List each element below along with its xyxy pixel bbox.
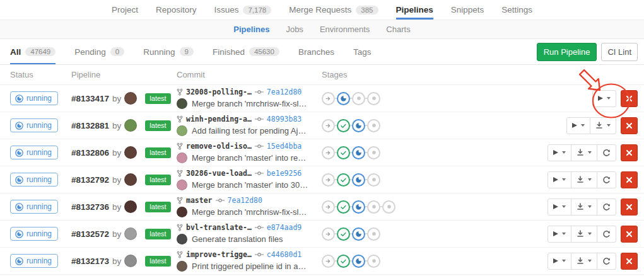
status-badge[interactable]: running: [10, 200, 58, 214]
branch-name-link[interactable]: winh-pending-a…: [186, 115, 252, 124]
stage-created-icon[interactable]: [367, 92, 380, 105]
commit-message-link[interactable]: Merge branch 'mrchrisw-fix-sl…: [192, 99, 307, 108]
branch-name-link[interactable]: 32008-polling-…: [186, 88, 252, 96]
download-artifacts-button[interactable]: [571, 226, 597, 243]
filter-tab-running[interactable]: Running9: [143, 39, 194, 64]
status-badge[interactable]: running: [10, 173, 58, 187]
play-dropdown-button[interactable]: [547, 198, 571, 216]
commit-author-avatar[interactable]: [177, 261, 187, 272]
branch-name-link[interactable]: 30286-vue-load…: [186, 169, 252, 178]
commit-message-link[interactable]: Add failing test for pending Aj…: [192, 126, 306, 135]
stage-created-icon[interactable]: [367, 255, 380, 268]
filter-tab-branches[interactable]: Branches: [298, 39, 334, 64]
status-badge[interactable]: running: [10, 227, 58, 241]
stage-running-icon[interactable]: [352, 227, 365, 241]
cancel-pipeline-button[interactable]: [621, 90, 638, 107]
stage-skipped-icon[interactable]: [322, 227, 335, 241]
cancel-pipeline-button[interactable]: [621, 171, 638, 188]
user-avatar[interactable]: [124, 119, 137, 132]
branch-name-link[interactable]: master: [186, 196, 213, 205]
stage-skipped-icon[interactable]: [322, 173, 335, 187]
pipeline-id-link[interactable]: #8132572: [71, 229, 109, 239]
filter-tab-all[interactable]: All47649: [10, 39, 56, 64]
commit-message-link[interactable]: Merge branch 'master' into re…: [192, 153, 306, 163]
filter-tab-tags[interactable]: Tags: [353, 39, 372, 64]
cancel-pipeline-button[interactable]: [621, 198, 638, 216]
top-nav-item-repository[interactable]: Repository: [156, 0, 197, 20]
stage-running-icon[interactable]: [352, 173, 365, 187]
cancel-pipeline-button[interactable]: [621, 253, 638, 270]
status-badge[interactable]: running: [10, 254, 58, 268]
user-avatar[interactable]: [124, 227, 137, 240]
stage-skipped-icon[interactable]: [322, 200, 335, 214]
stage-created-icon[interactable]: [367, 227, 380, 241]
commit-message-link[interactable]: Generate translation files: [192, 234, 283, 244]
pipeline-id-link[interactable]: #8132736: [71, 202, 109, 212]
cancel-pipeline-button[interactable]: [621, 144, 638, 161]
status-badge[interactable]: running: [10, 118, 58, 132]
branch-name-link[interactable]: remove-old-iso…: [186, 142, 252, 151]
play-dropdown-button[interactable]: [566, 117, 590, 134]
sub-nav-item-jobs[interactable]: Jobs: [286, 25, 303, 34]
top-nav-item-settings[interactable]: Settings: [501, 0, 532, 20]
stage-running-icon[interactable]: [352, 255, 365, 268]
user-avatar[interactable]: [124, 200, 137, 213]
branch-name-link[interactable]: improve-trigge…: [186, 250, 252, 259]
commit-sha-link[interactable]: c44680d1: [267, 250, 302, 259]
retry-pipeline-button[interactable]: [597, 253, 616, 270]
pipeline-id-link[interactable]: #8132792: [71, 175, 109, 185]
commit-sha-link[interactable]: 48993b83: [267, 115, 302, 124]
retry-pipeline-button[interactable]: [597, 171, 616, 188]
commit-author-avatar[interactable]: [177, 180, 187, 190]
commit-message-link[interactable]: Merge branch 'master' into 30…: [192, 180, 308, 190]
commit-message-link[interactable]: Merge branch 'mrchrisw-fix-sl…: [192, 207, 307, 217]
filter-tab-finished[interactable]: Finished45630: [213, 39, 279, 64]
download-artifacts-button[interactable]: [571, 253, 597, 270]
commit-sha-link[interactable]: 15ed4bba: [267, 142, 302, 151]
stage-success-icon[interactable]: [337, 200, 350, 214]
stage-success-icon[interactable]: [337, 227, 350, 241]
stage-created-icon[interactable]: [352, 92, 365, 105]
stage-success-icon[interactable]: [337, 119, 350, 132]
top-nav-item-snippets[interactable]: Snippets: [451, 0, 484, 20]
stage-success-icon[interactable]: [337, 255, 350, 268]
sub-nav-item-pipelines[interactable]: Pipelines: [233, 25, 269, 34]
download-artifacts-button[interactable]: [571, 171, 597, 188]
top-nav-item-issues[interactable]: Issues7,178: [214, 0, 271, 20]
stage-skipped-icon[interactable]: [322, 146, 335, 159]
top-nav-item-pipelines[interactable]: Pipelines: [396, 0, 433, 20]
pipeline-id-link[interactable]: #8132806: [71, 148, 109, 158]
play-dropdown-button[interactable]: [547, 144, 571, 161]
user-avatar[interactable]: [124, 92, 137, 105]
branch-name-link[interactable]: bvl-translate-…: [186, 223, 252, 232]
download-artifacts-button[interactable]: [571, 198, 597, 216]
pipeline-id-link[interactable]: #8132173: [71, 256, 109, 266]
stage-success-icon[interactable]: [337, 146, 350, 159]
stage-skipped-icon[interactable]: [322, 255, 335, 268]
status-badge[interactable]: running: [10, 146, 58, 159]
stage-running-icon[interactable]: [352, 200, 365, 214]
filter-tab-pending[interactable]: Pending0: [74, 39, 124, 64]
pipeline-id-link[interactable]: #8132881: [71, 121, 109, 130]
stage-created-icon[interactable]: [367, 119, 380, 132]
commit-author-avatar[interactable]: [177, 234, 187, 244]
commit-message-link[interactable]: Print triggered pipeline id in a…: [192, 262, 306, 271]
user-avatar[interactable]: [124, 255, 137, 267]
retry-pipeline-button[interactable]: [597, 198, 616, 216]
retry-pipeline-button[interactable]: [597, 144, 616, 161]
user-avatar[interactable]: [124, 173, 137, 186]
stage-running-icon[interactable]: [352, 146, 365, 159]
sub-nav-item-environments[interactable]: Environments: [320, 25, 370, 34]
cancel-pipeline-button[interactable]: [621, 226, 638, 243]
cancel-pipeline-button[interactable]: [621, 117, 638, 134]
retry-pipeline-button[interactable]: [597, 226, 616, 243]
stage-success-icon[interactable]: [337, 173, 350, 187]
stage-skipped-icon[interactable]: [322, 92, 335, 105]
top-nav-item-project[interactable]: Project: [112, 0, 138, 20]
run-pipeline-button[interactable]: Run Pipeline: [537, 43, 597, 61]
top-nav-item-merge-requests[interactable]: Merge Requests385: [289, 0, 378, 20]
stage-created-icon[interactable]: [367, 200, 380, 214]
stage-running-icon[interactable]: [337, 92, 350, 105]
commit-sha-link[interactable]: be1e9256: [267, 169, 302, 178]
status-badge[interactable]: running: [10, 91, 58, 105]
